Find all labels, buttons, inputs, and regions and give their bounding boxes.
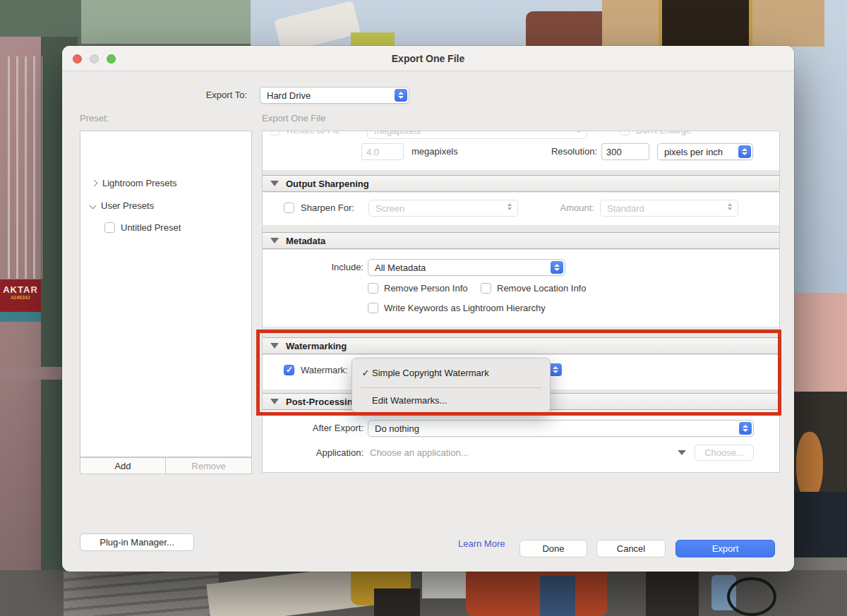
background-street-sign: AKTAR 4246342 — [0, 279, 41, 312]
after-export-value: Do nothing — [375, 423, 419, 434]
resolution-unit-dropdown[interactable]: pixels per inch — [657, 143, 753, 160]
sharpen-for-dropdown[interactable]: Screen — [368, 200, 518, 217]
background-person-skirt — [374, 588, 420, 616]
title-bar: Export One File — [62, 46, 794, 71]
street-sign-subtext: 4246342 — [0, 295, 41, 301]
background-building-light-green — [81, 0, 251, 44]
watermark-label: Watermark: — [301, 365, 348, 375]
stepper-icon — [395, 89, 407, 102]
collapse-triangle-icon — [270, 238, 279, 243]
background-red-garment — [466, 572, 607, 616]
remove-person-info-label: Remove Person Info — [384, 283, 468, 294]
zoom-window-button[interactable] — [107, 54, 116, 64]
preset-item-user-presets[interactable]: User Presets — [90, 200, 154, 211]
background-ledge — [0, 367, 67, 380]
background-person-dark — [646, 570, 699, 616]
stepper-icon — [577, 131, 581, 133]
menu-item-edit-watermarks[interactable]: Edit Watermarks... — [352, 391, 550, 409]
preset-checkbox[interactable] — [104, 222, 115, 233]
export-settings-panel: Resize to Fit: megapixels Don't Enlarge … — [262, 131, 780, 473]
include-dropdown[interactable]: All Metadata — [368, 259, 565, 276]
chevron-right-icon — [91, 180, 98, 187]
stepper-icon — [738, 145, 751, 158]
resize-to-fit-checkbox[interactable] — [270, 131, 280, 135]
menu-item-label: Simple Copyright Watermark — [372, 368, 489, 378]
background-parked-cars — [794, 492, 847, 562]
settings-pane-header: Export One File — [262, 113, 325, 123]
amount-dropdown[interactable]: Standard — [600, 200, 738, 217]
export-to-value: Hard Drive — [267, 90, 311, 101]
section-title: Output Sharpening — [286, 179, 369, 189]
remove-location-info-checkbox[interactable] — [481, 283, 491, 294]
plugin-manager-button[interactable]: Plug-in Manager... — [80, 533, 194, 551]
collapse-triangle-icon — [270, 343, 279, 349]
preset-list: Lightroom Presets User Presets Untitled … — [80, 131, 252, 457]
resize-dimension-dropdown[interactable]: megapixels — [367, 131, 587, 139]
remove-person-info-checkbox[interactable] — [368, 283, 378, 294]
export-to-label: Export To: — [175, 90, 247, 100]
preset-item-label: User Presets — [101, 200, 154, 211]
menu-item-simple-copyright-watermark[interactable]: ✓ Simple Copyright Watermark — [352, 363, 550, 382]
check-icon: ✓ — [359, 368, 372, 378]
learn-more-link[interactable]: Learn More — [458, 538, 505, 549]
minimize-window-button[interactable] — [90, 54, 99, 64]
preset-item-lightroom-presets[interactable]: Lightroom Presets — [92, 178, 177, 188]
background-steps — [64, 572, 219, 616]
export-button[interactable]: Export — [675, 540, 775, 557]
background-graffiti — [796, 432, 823, 499]
section-title: Metadata — [286, 236, 325, 246]
menu-separator — [361, 387, 541, 388]
dont-enlarge-label: Don't Enlarge — [636, 131, 691, 135]
output-sharpening-section: Sharpen For: Screen Amount: Standard — [263, 193, 779, 225]
background-pink-building — [794, 293, 847, 399]
metadata-section: Include: All Metadata Remove Person Info… — [263, 250, 779, 327]
application-menu-triangle-icon[interactable] — [678, 450, 686, 455]
watermarking-header[interactable]: Watermarking — [263, 337, 779, 354]
resolution-unit-value: pixels per inch — [664, 147, 723, 157]
done-button[interactable]: Done — [519, 540, 587, 557]
background-person-jeans — [540, 576, 575, 616]
export-dialog: Export One File Export To: Hard Drive Pr… — [62, 46, 794, 572]
cancel-button[interactable]: Cancel — [596, 540, 666, 557]
image-sizing-clipped-row: Resize to Fit: megapixels Don't Enlarge — [263, 131, 779, 139]
after-export-dropdown[interactable]: Do nothing — [368, 420, 754, 437]
menu-item-label: Edit Watermarks... — [372, 395, 447, 406]
amount-value: Standard — [607, 203, 644, 214]
close-window-button[interactable] — [73, 54, 82, 64]
preset-item-untitled-preset[interactable]: Untitled Preset — [104, 222, 181, 233]
window-title: Export One File — [62, 46, 794, 71]
resolution-label: Resolution: — [527, 146, 597, 157]
preset-item-label: Untitled Preset — [121, 222, 181, 233]
stepper-icon — [507, 203, 512, 210]
section-title: Watermarking — [286, 341, 347, 351]
dont-enlarge-checkbox[interactable] — [619, 131, 630, 135]
stepper-icon — [728, 203, 732, 210]
section-title: Post-Processing — [286, 397, 359, 407]
stepper-icon — [739, 422, 752, 435]
write-keywords-checkbox[interactable] — [368, 303, 378, 313]
resolution-input[interactable] — [601, 143, 649, 160]
amount-label: Amount: — [545, 203, 594, 213]
megapixels-input[interactable] — [361, 143, 404, 160]
write-keywords-label: Write Keywords as Lightroom Hierarchy — [384, 303, 546, 313]
choose-application-button[interactable]: Choose... — [695, 445, 754, 461]
street-sign-text: AKTAR — [3, 284, 38, 295]
preset-item-label: Lightroom Presets — [102, 178, 177, 188]
watermark-checkbox[interactable] — [284, 365, 294, 375]
output-sharpening-header[interactable]: Output Sharpening — [263, 175, 779, 192]
background-sign-teal-strip — [0, 312, 41, 322]
sharpen-for-checkbox[interactable] — [284, 203, 294, 213]
add-preset-button[interactable]: Add — [80, 457, 166, 474]
chevron-down-icon — [90, 203, 97, 210]
after-export-label: After Export: — [293, 423, 364, 433]
application-label: Application: — [293, 447, 364, 458]
remove-preset-button[interactable]: Remove — [165, 457, 252, 474]
export-to-dropdown[interactable]: Hard Drive — [260, 87, 409, 104]
sharpen-for-label: Sharpen For: — [301, 203, 354, 213]
metadata-header[interactable]: Metadata — [263, 232, 779, 249]
background-window-bars — [1, 56, 42, 279]
application-placeholder: Choose an application... — [370, 447, 468, 458]
background-white-car — [422, 572, 467, 598]
resize-dimension-value: megapixels — [374, 131, 421, 136]
resize-to-fit-label: Resize to Fit: — [287, 131, 340, 135]
